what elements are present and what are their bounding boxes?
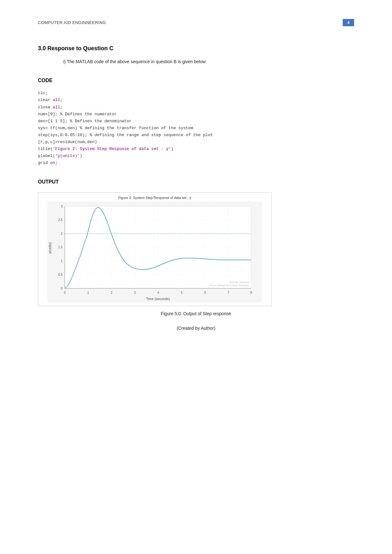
svg-text:2: 2 — [61, 232, 63, 235]
svg-text:Activate Windows: Activate Windows — [230, 281, 250, 284]
svg-text:4: 4 — [157, 291, 159, 294]
chart-title: Figure 2: System Step Response of data s… — [41, 196, 268, 200]
code-heading: CODE — [38, 78, 354, 83]
svg-text:5: 5 — [181, 291, 183, 294]
svg-text:2: 2 — [111, 291, 112, 294]
header-title: COMPUTER AID ENGINNEERING — [38, 20, 106, 25]
intro-text: i) The MATLAB code of the above sequence… — [63, 58, 354, 65]
figure-caption: Figure 5.0: Output of Step response — [38, 311, 354, 316]
svg-text:0: 0 — [61, 287, 63, 290]
svg-text:7: 7 — [227, 291, 229, 294]
output-heading: OUTPUT — [38, 179, 354, 185]
page-header: COMPUTER AID ENGINNEERING 4 — [38, 19, 354, 26]
svg-text:6: 6 — [204, 291, 206, 294]
svg-text:1: 1 — [87, 291, 89, 294]
svg-text:3: 3 — [134, 291, 136, 294]
svg-text:Time (seconds): Time (seconds) — [146, 297, 170, 301]
svg-text:1.5: 1.5 — [58, 245, 63, 249]
section-heading: 3.0 Response to Question C — [38, 45, 354, 52]
svg-text:Go to Settings to activate Win: Go to Settings to activate Windows. — [210, 284, 250, 287]
svg-text:8: 8 — [250, 291, 252, 294]
chart-container: Figure 2: System Step Response of data s… — [38, 192, 272, 306]
svg-text:2.5: 2.5 — [58, 218, 63, 222]
chart-svg: 0 0.5 1 1.5 2 2.5 3 0 1 2 3 4 5 6 7 8 Ti… — [47, 202, 262, 303]
page: COMPUTER AID ENGINNEERING 4 3.0 Response… — [0, 0, 392, 554]
code-block: clc; clear all; close all; num=[9]; % De… — [38, 90, 354, 166]
svg-text:1: 1 — [61, 259, 63, 263]
svg-text:y(units): y(units) — [48, 242, 52, 254]
chart-area: 0 0.5 1 1.5 2 2.5 3 0 1 2 3 4 5 6 7 8 Ti… — [47, 202, 262, 303]
created-by: (Created by Author) — [38, 326, 354, 331]
code-line-1: clc; clear all; close all; num=[9]; % De… — [38, 91, 213, 165]
page-number: 4 — [343, 19, 354, 26]
svg-text:3: 3 — [61, 205, 63, 208]
svg-text:0.5: 0.5 — [58, 273, 63, 276]
svg-text:0: 0 — [64, 291, 66, 294]
